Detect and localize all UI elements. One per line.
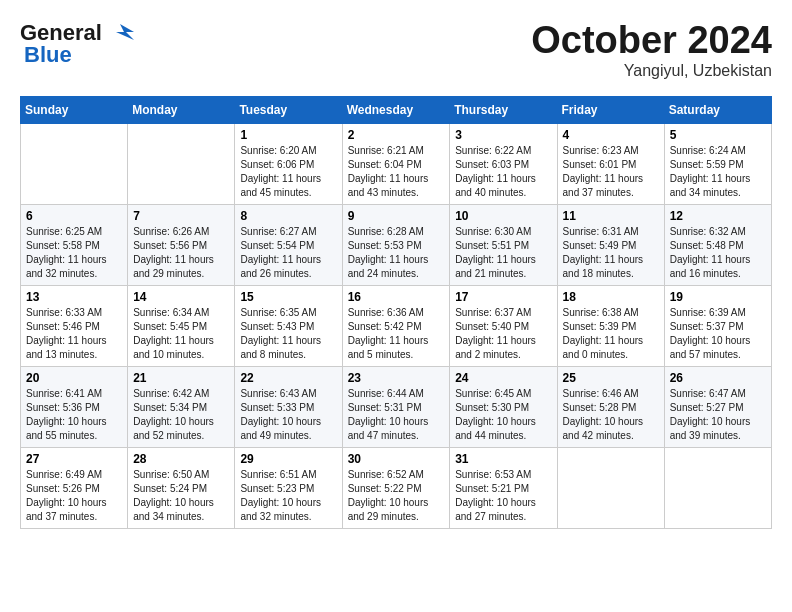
day-number: 14: [133, 290, 229, 304]
cell-info: Sunrise: 6:41 AM Sunset: 5:36 PM Dayligh…: [26, 387, 122, 443]
cell-info: Sunrise: 6:42 AM Sunset: 5:34 PM Dayligh…: [133, 387, 229, 443]
day-number: 7: [133, 209, 229, 223]
weekday-header: Monday: [128, 96, 235, 123]
calendar-cell: 30 Sunrise: 6:52 AM Sunset: 5:22 PM Dayl…: [342, 447, 450, 528]
cell-info: Sunrise: 6:24 AM Sunset: 5:59 PM Dayligh…: [670, 144, 766, 200]
day-number: 4: [563, 128, 659, 142]
page-header: General Blue October 2024 Yangiyul, Uzbe…: [20, 20, 772, 80]
cell-info: Sunrise: 6:32 AM Sunset: 5:48 PM Dayligh…: [670, 225, 766, 281]
calendar-cell: 3 Sunrise: 6:22 AM Sunset: 6:03 PM Dayli…: [450, 123, 557, 204]
cell-info: Sunrise: 6:23 AM Sunset: 6:01 PM Dayligh…: [563, 144, 659, 200]
day-number: 17: [455, 290, 551, 304]
cell-info: Sunrise: 6:36 AM Sunset: 5:42 PM Dayligh…: [348, 306, 445, 362]
cell-info: Sunrise: 6:44 AM Sunset: 5:31 PM Dayligh…: [348, 387, 445, 443]
calendar-table: SundayMondayTuesdayWednesdayThursdayFrid…: [20, 96, 772, 529]
day-number: 30: [348, 452, 445, 466]
cell-info: Sunrise: 6:43 AM Sunset: 5:33 PM Dayligh…: [240, 387, 336, 443]
weekday-header: Tuesday: [235, 96, 342, 123]
weekday-header: Thursday: [450, 96, 557, 123]
cell-info: Sunrise: 6:47 AM Sunset: 5:27 PM Dayligh…: [670, 387, 766, 443]
calendar-cell: 19 Sunrise: 6:39 AM Sunset: 5:37 PM Dayl…: [664, 285, 771, 366]
day-number: 12: [670, 209, 766, 223]
cell-info: Sunrise: 6:35 AM Sunset: 5:43 PM Dayligh…: [240, 306, 336, 362]
calendar-cell: [128, 123, 235, 204]
day-number: 23: [348, 371, 445, 385]
logo-blue: Blue: [24, 42, 72, 68]
day-number: 3: [455, 128, 551, 142]
cell-info: Sunrise: 6:30 AM Sunset: 5:51 PM Dayligh…: [455, 225, 551, 281]
day-number: 13: [26, 290, 122, 304]
cell-info: Sunrise: 6:28 AM Sunset: 5:53 PM Dayligh…: [348, 225, 445, 281]
day-number: 10: [455, 209, 551, 223]
logo: General Blue: [20, 20, 134, 68]
day-number: 5: [670, 128, 766, 142]
day-number: 28: [133, 452, 229, 466]
day-number: 9: [348, 209, 445, 223]
cell-info: Sunrise: 6:34 AM Sunset: 5:45 PM Dayligh…: [133, 306, 229, 362]
cell-info: Sunrise: 6:22 AM Sunset: 6:03 PM Dayligh…: [455, 144, 551, 200]
cell-info: Sunrise: 6:45 AM Sunset: 5:30 PM Dayligh…: [455, 387, 551, 443]
day-number: 26: [670, 371, 766, 385]
day-number: 25: [563, 371, 659, 385]
logo-bird-icon: [106, 22, 134, 44]
day-number: 18: [563, 290, 659, 304]
cell-info: Sunrise: 6:20 AM Sunset: 6:06 PM Dayligh…: [240, 144, 336, 200]
location: Yangiyul, Uzbekistan: [531, 62, 772, 80]
day-number: 20: [26, 371, 122, 385]
calendar-cell: 11 Sunrise: 6:31 AM Sunset: 5:49 PM Dayl…: [557, 204, 664, 285]
calendar-week-row: 1 Sunrise: 6:20 AM Sunset: 6:06 PM Dayli…: [21, 123, 772, 204]
calendar-cell: 29 Sunrise: 6:51 AM Sunset: 5:23 PM Dayl…: [235, 447, 342, 528]
calendar-cell: 14 Sunrise: 6:34 AM Sunset: 5:45 PM Dayl…: [128, 285, 235, 366]
day-number: 21: [133, 371, 229, 385]
day-number: 1: [240, 128, 336, 142]
day-number: 2: [348, 128, 445, 142]
calendar-week-row: 20 Sunrise: 6:41 AM Sunset: 5:36 PM Dayl…: [21, 366, 772, 447]
weekday-header: Wednesday: [342, 96, 450, 123]
cell-info: Sunrise: 6:50 AM Sunset: 5:24 PM Dayligh…: [133, 468, 229, 524]
calendar-cell: 26 Sunrise: 6:47 AM Sunset: 5:27 PM Dayl…: [664, 366, 771, 447]
month-title: October 2024: [531, 20, 772, 62]
day-number: 16: [348, 290, 445, 304]
weekday-header: Friday: [557, 96, 664, 123]
calendar-cell: 25 Sunrise: 6:46 AM Sunset: 5:28 PM Dayl…: [557, 366, 664, 447]
weekday-header-row: SundayMondayTuesdayWednesdayThursdayFrid…: [21, 96, 772, 123]
day-number: 22: [240, 371, 336, 385]
calendar-cell: [557, 447, 664, 528]
cell-info: Sunrise: 6:52 AM Sunset: 5:22 PM Dayligh…: [348, 468, 445, 524]
calendar-cell: [664, 447, 771, 528]
day-number: 27: [26, 452, 122, 466]
cell-info: Sunrise: 6:25 AM Sunset: 5:58 PM Dayligh…: [26, 225, 122, 281]
day-number: 15: [240, 290, 336, 304]
day-number: 11: [563, 209, 659, 223]
cell-info: Sunrise: 6:33 AM Sunset: 5:46 PM Dayligh…: [26, 306, 122, 362]
calendar-week-row: 27 Sunrise: 6:49 AM Sunset: 5:26 PM Dayl…: [21, 447, 772, 528]
calendar-cell: 22 Sunrise: 6:43 AM Sunset: 5:33 PM Dayl…: [235, 366, 342, 447]
calendar-cell: 31 Sunrise: 6:53 AM Sunset: 5:21 PM Dayl…: [450, 447, 557, 528]
day-number: 24: [455, 371, 551, 385]
calendar-cell: 24 Sunrise: 6:45 AM Sunset: 5:30 PM Dayl…: [450, 366, 557, 447]
calendar-cell: 7 Sunrise: 6:26 AM Sunset: 5:56 PM Dayli…: [128, 204, 235, 285]
cell-info: Sunrise: 6:21 AM Sunset: 6:04 PM Dayligh…: [348, 144, 445, 200]
day-number: 6: [26, 209, 122, 223]
cell-info: Sunrise: 6:38 AM Sunset: 5:39 PM Dayligh…: [563, 306, 659, 362]
day-number: 8: [240, 209, 336, 223]
calendar-cell: 2 Sunrise: 6:21 AM Sunset: 6:04 PM Dayli…: [342, 123, 450, 204]
day-number: 31: [455, 452, 551, 466]
calendar-cell: 13 Sunrise: 6:33 AM Sunset: 5:46 PM Dayl…: [21, 285, 128, 366]
calendar-cell: 6 Sunrise: 6:25 AM Sunset: 5:58 PM Dayli…: [21, 204, 128, 285]
cell-info: Sunrise: 6:53 AM Sunset: 5:21 PM Dayligh…: [455, 468, 551, 524]
calendar-cell: 10 Sunrise: 6:30 AM Sunset: 5:51 PM Dayl…: [450, 204, 557, 285]
calendar-cell: 21 Sunrise: 6:42 AM Sunset: 5:34 PM Dayl…: [128, 366, 235, 447]
weekday-header: Saturday: [664, 96, 771, 123]
title-block: October 2024 Yangiyul, Uzbekistan: [531, 20, 772, 80]
calendar-cell: 17 Sunrise: 6:37 AM Sunset: 5:40 PM Dayl…: [450, 285, 557, 366]
calendar-cell: 8 Sunrise: 6:27 AM Sunset: 5:54 PM Dayli…: [235, 204, 342, 285]
calendar-cell: 23 Sunrise: 6:44 AM Sunset: 5:31 PM Dayl…: [342, 366, 450, 447]
cell-info: Sunrise: 6:31 AM Sunset: 5:49 PM Dayligh…: [563, 225, 659, 281]
cell-info: Sunrise: 6:49 AM Sunset: 5:26 PM Dayligh…: [26, 468, 122, 524]
calendar-cell: 20 Sunrise: 6:41 AM Sunset: 5:36 PM Dayl…: [21, 366, 128, 447]
calendar-cell: 18 Sunrise: 6:38 AM Sunset: 5:39 PM Dayl…: [557, 285, 664, 366]
calendar-cell: 4 Sunrise: 6:23 AM Sunset: 6:01 PM Dayli…: [557, 123, 664, 204]
calendar-week-row: 13 Sunrise: 6:33 AM Sunset: 5:46 PM Dayl…: [21, 285, 772, 366]
day-number: 19: [670, 290, 766, 304]
